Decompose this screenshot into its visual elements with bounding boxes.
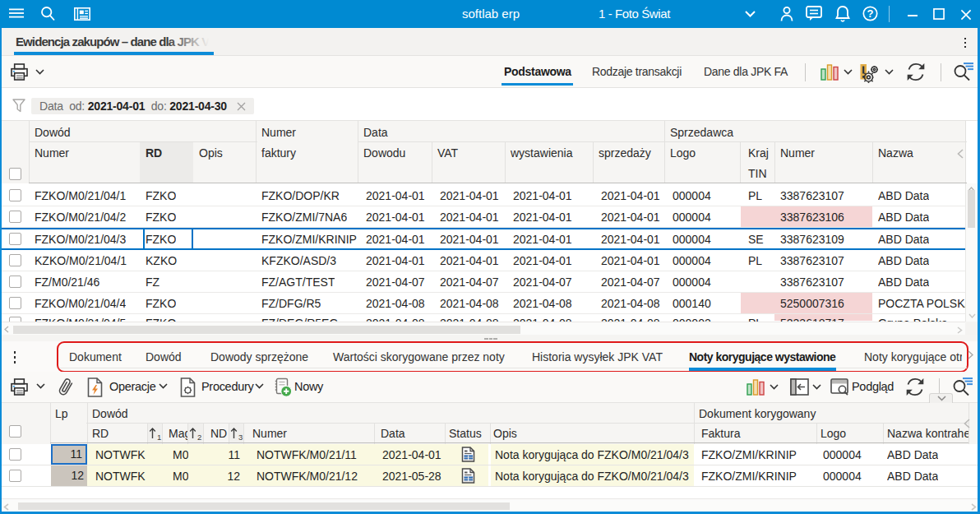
svg-text:2: 2 bbox=[197, 433, 201, 441]
svg-text:3: 3 bbox=[238, 433, 243, 441]
svg-text:?: ? bbox=[867, 7, 874, 20]
svg-text:1: 1 bbox=[157, 433, 161, 441]
